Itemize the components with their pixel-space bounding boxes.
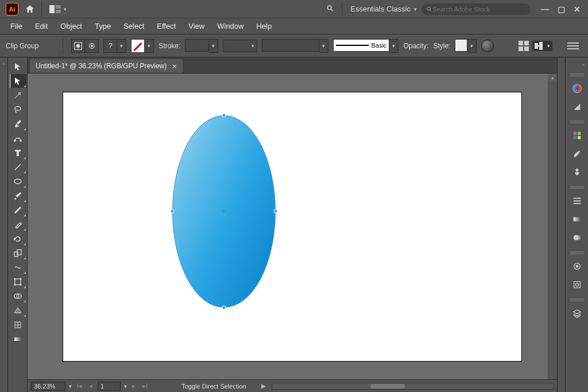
window-maximize-button[interactable]: ▢ [556,5,566,14]
brush-definition-dropdown[interactable]: ▾ [319,39,328,53]
artboard-index-field[interactable]: 1 [98,382,121,391]
search-icon[interactable] [322,1,338,17]
canvas[interactable]: ▴ [28,73,557,379]
gradient-tool[interactable] [9,332,26,346]
anchor-point-bottom[interactable] [222,306,226,309]
free-transform-tool[interactable] [9,275,26,289]
gradient-panel-icon[interactable] [568,211,586,227]
stroke-weight-field[interactable] [185,39,209,52]
graphic-style-dropdown[interactable]: ▾ [467,39,477,53]
fill-dropdown[interactable]: ▾ [145,39,154,53]
brush-basic[interactable]: Basic [333,39,389,52]
width-tool[interactable] [9,261,26,274]
stroke-panel-icon[interactable] [568,193,586,209]
home-icon[interactable] [22,1,38,17]
selection-tool[interactable] [9,60,26,73]
prev-artboard-button[interactable]: ◂ [87,382,94,390]
appearance-panel-icon[interactable] [568,258,586,274]
anchor-point-left[interactable] [171,209,174,213]
transparency-panel-icon[interactable] [568,230,586,246]
stroke-weight-dropdown[interactable]: ▾ [209,39,218,53]
brushes-panel-icon[interactable] [568,146,586,162]
panel-group-handle[interactable] [570,186,584,189]
isolate-mask-button[interactable]: ? [103,39,117,53]
scrollbar-thumb[interactable] [370,384,405,389]
adobe-stock-search[interactable] [421,3,531,15]
panel-group-handle[interactable] [570,251,584,255]
menu-select[interactable]: Select [118,20,150,33]
color-guide-panel-icon[interactable] [568,99,586,115]
zoom-dropdown[interactable]: ▾ [69,383,72,389]
symbols-panel-icon[interactable] [568,164,586,180]
left-collapse-strip[interactable]: » [0,57,8,392]
type-tool[interactable] [9,146,26,160]
panel-menu-icon[interactable] [567,42,579,49]
opacity-label[interactable]: Opacity: [403,42,428,50]
perspective-grid-tool[interactable] [9,304,26,317]
expand-panels-icon[interactable]: « [582,62,588,68]
graphic-styles-panel-icon[interactable] [568,277,586,293]
fill-swatch-none[interactable] [131,39,145,53]
panel-thumbnails-icon[interactable] [519,41,529,51]
ellipse-tool[interactable] [9,174,26,188]
next-artboard-button[interactable]: ▸ [130,382,137,390]
curvature-tool[interactable] [9,131,26,145]
menu-view[interactable]: View [183,20,210,33]
graphic-style-swatch[interactable] [455,39,467,52]
workspace-switcher[interactable]: Essentials Classic ▾ [346,5,421,13]
eraser-tool[interactable] [9,218,26,231]
artboard-dropdown[interactable]: ▾ [124,383,127,389]
panel-group-handle[interactable] [570,121,584,124]
align-to-selection-button[interactable]: ▾ [532,41,552,51]
first-artboard-button[interactable]: I◂ [75,382,84,390]
zoom-level-field[interactable]: 36.23% [31,382,65,391]
line-segment-tool[interactable] [9,160,26,174]
document-tab[interactable]: Untitled-1* @ 36.23% (RGB/GPU Preview) × [30,59,183,73]
window-minimize-button[interactable]: — [540,5,550,14]
anchor-point-right[interactable] [274,209,277,213]
menu-object[interactable]: Object [55,20,88,33]
swatches-panel-icon[interactable] [568,127,586,143]
brush-basic-dropdown[interactable]: ▾ [389,39,399,53]
adobe-stock-search-input[interactable] [432,6,526,13]
menu-help[interactable]: Help [250,20,277,33]
recolor-artwork-icon[interactable] [481,40,494,52]
arrange-documents-dropdown[interactable]: ▾ [45,1,70,17]
anchor-point-top[interactable] [222,114,226,117]
paintbrush-tool[interactable] [9,189,26,203]
lasso-tool[interactable] [9,103,26,117]
vertical-scrollbar[interactable]: ▴ [548,73,557,379]
close-tab-icon[interactable]: × [172,62,177,71]
direct-selection-tool[interactable] [9,74,26,88]
menu-edit[interactable]: Edit [29,20,53,33]
artboard[interactable] [63,92,522,362]
pencil-tool[interactable] [9,203,26,217]
menu-window[interactable]: Window [211,20,249,33]
menu-effect[interactable]: Effect [151,20,181,33]
layers-panel-icon[interactable] [568,305,586,321]
brush-definition[interactable] [262,39,319,52]
horizontal-scrollbar[interactable] [272,383,554,390]
panel-group-handle[interactable] [570,298,584,302]
scale-tool[interactable] [9,246,26,260]
right-collapse-strip[interactable] [557,57,565,392]
svg-line-6 [430,10,431,11]
color-panel-icon[interactable] [568,80,586,96]
status-more-icon[interactable]: ▶ [261,383,266,389]
center-point[interactable] [223,209,226,212]
variable-width-profile[interactable]: ▾ [223,40,257,52]
shape-builder-tool[interactable] [9,289,26,303]
menu-type[interactable]: Type [89,20,117,33]
mesh-tool[interactable] [9,318,26,332]
menu-file[interactable]: File [5,20,28,33]
panel-group-handle[interactable] [570,73,584,77]
rotate-tool[interactable] [9,232,26,246]
edit-clipping-path-button[interactable] [85,39,99,53]
edit-contents-button[interactable] [71,39,85,53]
last-artboard-button[interactable]: ▸I [141,382,149,390]
magic-wand-tool[interactable] [9,88,26,102]
scroll-up-icon[interactable]: ▴ [548,73,557,81]
window-close-button[interactable]: ✕ [572,5,582,14]
pen-tool[interactable] [9,117,26,131]
mask-options-dropdown[interactable]: ▾ [117,39,126,53]
